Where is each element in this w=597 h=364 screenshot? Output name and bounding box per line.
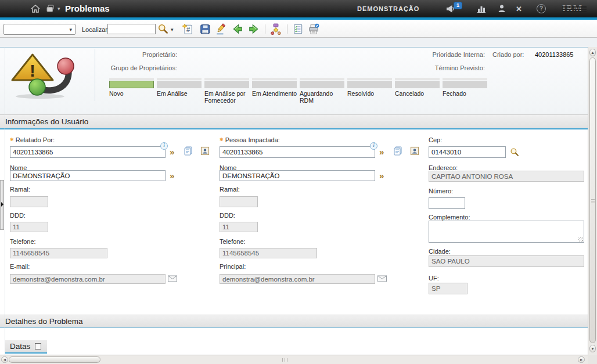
scrollbar-grip [591, 203, 595, 203]
telefone-relatado-input[interactable] [10, 248, 107, 258]
detail-menu-icon[interactable]: » [379, 146, 384, 158]
uf-label: UF: [429, 275, 439, 282]
horizontal-scrollbar[interactable]: ◂ ▸ [0, 355, 588, 364]
person-profile-icon[interactable] [409, 146, 420, 156]
nome-relatado-input[interactable] [10, 170, 166, 181]
long-description-icon[interactable] [393, 146, 403, 156]
relatado-por-input[interactable] [10, 146, 166, 158]
uf-input[interactable] [429, 283, 467, 294]
go-to-applications-icon[interactable] [45, 3, 56, 14]
scrollbar-corner [588, 355, 597, 364]
scroll-down-icon[interactable]: ▾ [589, 345, 596, 352]
scrollbar-grip [591, 201, 595, 201]
person-profile-icon[interactable] [200, 146, 210, 156]
info-icon[interactable]: i [370, 142, 377, 150]
numero-input[interactable] [429, 197, 465, 209]
search-input[interactable] [107, 24, 156, 34]
cidade-label: Cidade: [429, 248, 451, 255]
cidade-input[interactable] [429, 255, 584, 267]
datas-title: Datas [10, 342, 30, 351]
home-icon[interactable] [30, 3, 41, 14]
previous-record-icon[interactable] [232, 23, 243, 35]
ddd-label: DDD: [10, 212, 26, 219]
criado-por-value: 40201133865 [535, 51, 573, 58]
select-caret-icon[interactable]: ▾ [69, 27, 72, 33]
pessoa-impactada-label: ✱Pessoa Impactada: [220, 136, 280, 143]
scroll-up-icon[interactable]: ▴ [589, 49, 596, 56]
section-header-user-info: Informações do Usuário [0, 114, 588, 129]
search-icon[interactable] [157, 23, 169, 35]
complemento-label: Complemento: [429, 214, 470, 221]
numero-label: Número: [429, 188, 453, 194]
prioridade-interna-label: Prioridade Interna: [412, 51, 485, 58]
pessoa-impactada-input[interactable] [220, 146, 375, 158]
scrollbar-grip [285, 358, 285, 362]
datas-subsection-header[interactable]: Datas [5, 340, 47, 354]
ramal-label: Ramal: [10, 186, 30, 193]
scrollbar-grip [287, 358, 287, 362]
start-center-chart-icon[interactable] [476, 3, 487, 14]
complemento-textarea[interactable] [429, 221, 584, 243]
horizontal-scroll-thumb[interactable] [9, 356, 100, 363]
ramal-impactada-input[interactable] [220, 196, 258, 207]
scroll-left-icon[interactable]: ◂ [1, 356, 8, 363]
detail-menu-icon[interactable]: » [170, 170, 174, 182]
saved-query-select[interactable]: ▾ [3, 24, 75, 35]
ramal-relatado-input[interactable] [10, 196, 48, 207]
endereco-input[interactable] [429, 171, 584, 182]
record-header: ! Proprietário: Grupo de Proprietários: … [0, 47, 588, 114]
email-input[interactable] [10, 274, 166, 284]
next-record-icon[interactable] [248, 23, 260, 35]
scroll-right-icon[interactable]: ▸ [578, 356, 585, 363]
ibm-logo: IBM [562, 4, 587, 13]
principal-label: Principal: [220, 263, 246, 270]
status-step: Resolvido [347, 78, 392, 104]
search-options-caret-icon[interactable]: ▾ [171, 27, 174, 33]
vertical-scrollbar[interactable]: ▴ ▾ [588, 47, 597, 355]
notification-badge: 1 [454, 2, 462, 9]
save-icon[interactable] [199, 23, 211, 35]
long-description-icon[interactable] [183, 146, 193, 156]
detail-menu-icon[interactable]: » [379, 170, 384, 182]
required-icon: ✱ [220, 137, 224, 142]
status-step: Cancelado [395, 78, 440, 104]
svg-text:#: # [186, 26, 190, 33]
sign-out-icon[interactable]: ✕ [516, 5, 522, 13]
cep-lookup-icon[interactable] [510, 147, 519, 157]
email-icon[interactable] [168, 275, 177, 282]
section-header-problem-details: Detalhes do Problema [0, 315, 588, 328]
cep-label: Cep: [429, 136, 442, 143]
print-icon[interactable] [308, 23, 319, 35]
content-left-border [5, 47, 5, 355]
scrollbar-grip [282, 358, 283, 362]
go-to-caret-icon[interactable]: ▾ [57, 6, 60, 12]
info-icon[interactable]: i [160, 142, 168, 150]
ddd-impactada-input[interactable] [220, 222, 258, 232]
relatado-por-label: ✱Relatado Por: [10, 136, 55, 143]
status-step: Novo [109, 78, 154, 104]
required-icon: ✱ [10, 137, 14, 142]
app-title: Problemas [65, 3, 110, 13]
workflow-icon[interactable] [270, 23, 282, 35]
new-record-icon[interactable]: # [182, 23, 193, 35]
help-icon[interactable]: ? [537, 4, 546, 13]
resize-grip-icon[interactable] [578, 237, 583, 242]
email-icon[interactable] [377, 275, 387, 282]
telefone-impactada-input[interactable] [220, 248, 317, 258]
minimize-section-icon[interactable] [35, 343, 41, 349]
detail-menu-icon[interactable]: » [170, 146, 174, 158]
clear-changes-icon[interactable] [215, 23, 226, 35]
status-step: Aguardando RDM [300, 78, 344, 104]
profile-icon[interactable] [497, 3, 507, 14]
cep-input[interactable] [429, 146, 506, 158]
nome-impactada-input[interactable] [220, 170, 375, 181]
ddd-relatado-input[interactable] [10, 222, 48, 232]
principal-input[interactable] [220, 274, 375, 284]
status-step: Em Atendimento [252, 78, 297, 104]
vertical-scroll-thumb[interactable] [589, 57, 596, 343]
panel-collapse-handle[interactable] [0, 180, 4, 230]
criado-por-label: Criado por: [492, 51, 524, 58]
status-step: Em Análise [157, 78, 202, 104]
reports-icon[interactable] [292, 23, 304, 35]
localizar-label: Localizar: [82, 26, 109, 33]
